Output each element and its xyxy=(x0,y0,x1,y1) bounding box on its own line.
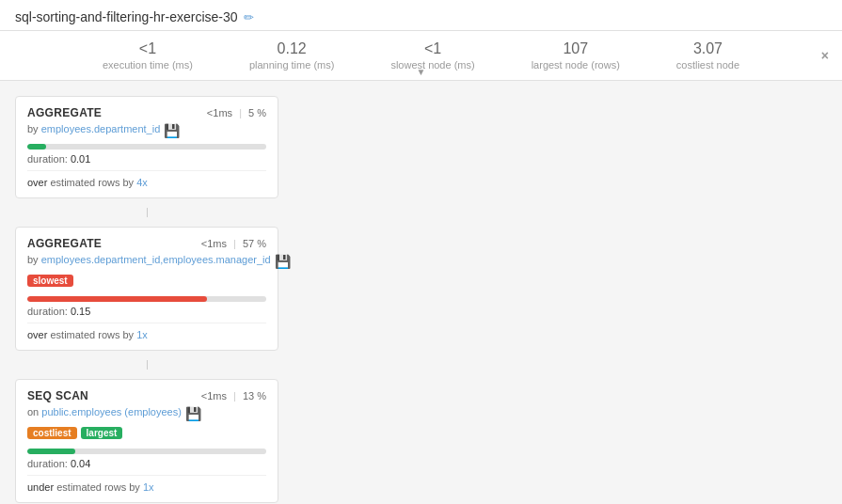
node-header-2: SEQ SCAN <1ms | 13 % xyxy=(27,389,266,402)
estimation-prefix-1: over xyxy=(27,329,47,340)
node-by-value-2: public.employees (employees) xyxy=(41,406,182,417)
estimation-prefix-2: under xyxy=(27,481,54,493)
duration-value-1: 0.15 xyxy=(71,306,90,317)
node-card-1: AGGREGATE <1ms | 57 % by employees.depar… xyxy=(15,227,278,351)
stat-item-0: <1 execution time (ms) xyxy=(103,40,193,71)
main-content: AGGREGATE <1ms | 5 % by employees.depart… xyxy=(0,81,842,504)
stat-label-4: costliest node xyxy=(676,59,739,71)
stat-value-4: 3.07 xyxy=(676,40,739,57)
estimation-text-0: over estimated rows by 4x xyxy=(27,170,266,188)
duration-text-0: duration: 0.01 xyxy=(27,153,266,165)
node-by-1: by employees.department_id,employees.man… xyxy=(27,254,266,269)
stat-label-1: planning time (ms) xyxy=(249,59,334,71)
stat-item-4: 3.07 costliest node xyxy=(676,40,739,71)
progress-bar-2 xyxy=(27,449,75,454)
db-icon-2: 💾 xyxy=(185,406,201,421)
stat-label-0: execution time (ms) xyxy=(103,59,193,71)
node-header-1: AGGREGATE <1ms | 57 % xyxy=(27,237,266,250)
progress-bar-container-0 xyxy=(27,144,266,150)
header: sql-sorting-and-filtering-hr-exercise-30… xyxy=(0,0,842,31)
badge-slowest: slowest xyxy=(27,275,73,287)
stat-label-2: slowest node (ms) xyxy=(390,59,474,71)
node-by-value-1: employees.department_id,employees.manage… xyxy=(41,254,271,265)
node-title-1: AGGREGATE xyxy=(27,237,102,250)
stat-value-2: <1 xyxy=(390,40,474,57)
connector-1 xyxy=(15,208,278,217)
page-title: sql-sorting-and-filtering-hr-exercise-30 xyxy=(15,9,238,24)
estimation-suffix-2: 1x xyxy=(143,481,154,493)
stat-item-3: 107 largest node (rows) xyxy=(532,40,620,71)
badge-costliest: costliest xyxy=(27,427,77,439)
estimation-suffix-0: 4x xyxy=(136,177,148,188)
duration-value-0: 0.01 xyxy=(71,153,90,165)
db-icon-0: 💾 xyxy=(164,123,180,138)
node-title-0: AGGREGATE xyxy=(27,106,102,119)
node-card-0: AGGREGATE <1ms | 5 % by employees.depart… xyxy=(15,96,278,198)
estimation-mid-0: estimated rows by xyxy=(50,177,136,188)
progress-bar-container-2 xyxy=(27,449,266,454)
edit-icon[interactable]: ✏ xyxy=(244,10,254,24)
stat-item-1: 0.12 planning time (ms) xyxy=(249,40,334,71)
nodes-column: AGGREGATE <1ms | 5 % by employees.depart… xyxy=(15,96,278,503)
close-button[interactable]: × xyxy=(821,48,829,63)
stats-bar: ▼ <1 execution time (ms) 0.12 planning t… xyxy=(0,31,842,81)
node-header-0: AGGREGATE <1ms | 5 % xyxy=(27,106,266,119)
estimation-text-2: under estimated rows by 1x xyxy=(27,475,266,493)
stat-value-0: <1 xyxy=(103,40,193,57)
connector-2 xyxy=(15,360,278,370)
node-title-2: SEQ SCAN xyxy=(27,389,88,402)
duration-text-2: duration: 0.04 xyxy=(27,458,266,469)
db-icon-1: 💾 xyxy=(275,254,291,269)
duration-text-1: duration: 0.15 xyxy=(27,306,266,317)
estimation-prefix-0: over xyxy=(27,177,47,188)
estimation-mid-1: estimated rows by xyxy=(50,329,136,340)
node-time-pct-0: <1ms | 5 % xyxy=(207,107,266,118)
node-by-0: by employees.department_id 💾 xyxy=(27,123,266,138)
node-time-pct-1: <1ms | 57 % xyxy=(201,238,266,249)
progress-bar-0 xyxy=(27,144,46,150)
estimation-suffix-1: 1x xyxy=(136,329,148,340)
progress-bar-container-1 xyxy=(27,296,266,302)
badge-largest: largest xyxy=(81,427,123,439)
stat-value-3: 107 xyxy=(532,40,620,57)
progress-bar-1 xyxy=(27,296,207,302)
node-by-value-0: employees.department_id xyxy=(41,123,161,134)
node-card-2: SEQ SCAN <1ms | 13 % on public.employees… xyxy=(15,379,278,503)
duration-value-2: 0.04 xyxy=(71,458,90,469)
stat-item-2: <1 slowest node (ms) xyxy=(390,40,474,71)
arrow-down-icon: ▼ xyxy=(417,67,426,77)
estimation-text-1: over estimated rows by 1x xyxy=(27,323,266,340)
node-time-pct-2: <1ms | 13 % xyxy=(201,390,266,402)
stat-label-3: largest node (rows) xyxy=(532,59,620,71)
stat-value-1: 0.12 xyxy=(249,40,334,57)
estimation-mid-2: estimated rows by xyxy=(56,481,143,493)
node-by-2: on public.employees (employees) 💾 xyxy=(27,406,266,421)
